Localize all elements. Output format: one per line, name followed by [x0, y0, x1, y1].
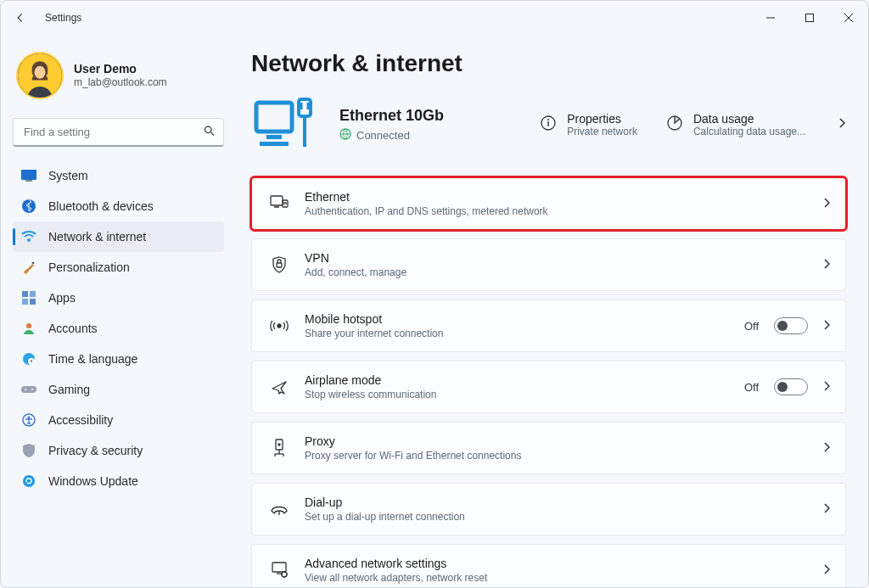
sidebar-item-accessibility[interactable]: Accessibility	[13, 405, 224, 435]
chevron-right-icon	[823, 379, 830, 395]
row-sub: View all network adapters, network reset	[305, 572, 823, 584]
row-proxy[interactable]: Proxy Proxy server for Wi-Fi and Etherne…	[251, 422, 846, 474]
sidebar: User Demo m_lab@outlook.com System Bluet…	[1, 35, 234, 588]
profile-name: User Demo	[74, 62, 167, 76]
window-controls	[751, 1, 868, 35]
pc-ethernet-icon	[251, 91, 319, 159]
svg-rect-19	[21, 386, 36, 393]
profile-block[interactable]: User Demo m_lab@outlook.com	[13, 47, 224, 111]
svg-point-45	[278, 444, 280, 445]
svg-rect-51	[272, 563, 286, 572]
gaming-icon	[21, 382, 36, 397]
connection-name: Ethernet 10Gb	[339, 107, 444, 125]
svg-rect-13	[30, 291, 36, 297]
chevron-right-icon	[823, 501, 830, 517]
chevron-right-icon	[823, 257, 830, 272]
window-title: Settings	[45, 12, 81, 24]
paintbrush-icon	[21, 260, 36, 275]
sidebar-item-gaming[interactable]: Gaming	[13, 374, 224, 405]
svg-rect-42	[277, 263, 282, 267]
row-title: VPN	[305, 251, 823, 265]
svg-line-7	[210, 132, 214, 136]
row-airplane-mode[interactable]: Airplane mode Stop wireless communicatio…	[251, 361, 846, 413]
info-icon	[540, 115, 557, 135]
row-title: Ethernet	[305, 190, 823, 204]
toggle-state-label: Off	[744, 320, 759, 333]
airplane-toggle[interactable]	[774, 378, 808, 395]
row-sub: Share your internet connection	[305, 328, 744, 339]
system-icon	[21, 168, 36, 183]
lock-shield-icon	[267, 256, 291, 273]
bluetooth-icon	[21, 199, 36, 214]
shield-icon	[21, 443, 36, 458]
window-close-button[interactable]	[829, 1, 868, 35]
svg-rect-26	[266, 135, 282, 139]
connection-status-block: Ethernet 10Gb Connected Properties Priva…	[251, 91, 846, 159]
dialup-icon	[267, 502, 291, 516]
search-input[interactable]	[13, 118, 224, 147]
row-vpn[interactable]: VPN Add, connect, manage	[251, 238, 846, 291]
back-button[interactable]	[9, 7, 31, 29]
airplane-icon	[267, 378, 291, 395]
search-icon	[203, 125, 216, 141]
svg-point-43	[278, 324, 281, 328]
chevron-right-icon[interactable]	[838, 117, 846, 132]
sidebar-item-accounts[interactable]: Accounts	[13, 313, 224, 344]
sidebar-item-system[interactable]: System	[13, 160, 224, 191]
sidebar-item-label: Apps	[48, 291, 76, 305]
hotspot-toggle[interactable]	[774, 317, 808, 334]
data-usage-sub: Calculating data usage...	[693, 126, 805, 137]
row-sub: Add, connect, manage	[305, 266, 823, 278]
sidebar-item-windows-update[interactable]: Windows Update	[13, 466, 224, 496]
properties-block[interactable]: Properties Private network	[540, 112, 637, 137]
content: Network & internet Ethernet 10Gb Connect	[234, 35, 868, 588]
row-title: Mobile hotspot	[305, 312, 744, 326]
row-title: Advanced network settings	[305, 557, 823, 570]
row-dialup[interactable]: Dial-up Set up a dial-up internet connec…	[251, 483, 846, 535]
sidebar-item-apps[interactable]: Apps	[13, 283, 224, 313]
sidebar-item-label: Gaming	[48, 383, 90, 396]
svg-rect-9	[25, 180, 32, 182]
window-minimize-button[interactable]	[751, 1, 790, 35]
sidebar-item-bluetooth[interactable]: Bluetooth & devices	[13, 191, 224, 221]
row-sub: Set up a dial-up internet connection	[305, 511, 823, 523]
row-title: Airplane mode	[305, 373, 744, 387]
svg-rect-12	[22, 291, 28, 297]
sidebar-item-privacy[interactable]: Privacy & security	[13, 435, 224, 466]
connection-status: Connected	[356, 129, 410, 142]
chevron-right-icon	[823, 440, 830, 456]
row-mobile-hotspot[interactable]: Mobile hotspot Share your internet conne…	[251, 300, 846, 352]
sidebar-item-personalization[interactable]: Personalization	[13, 252, 224, 283]
svg-rect-25	[256, 103, 292, 132]
accounts-icon	[21, 321, 36, 336]
row-ethernet[interactable]: Ethernet Authentication, IP and DNS sett…	[251, 177, 846, 230]
svg-rect-1	[806, 14, 814, 22]
chevron-right-icon	[823, 318, 830, 333]
ethernet-icon	[267, 195, 291, 212]
row-sub: Proxy server for Wi-Fi and Ethernet conn…	[305, 450, 823, 462]
svg-rect-35	[548, 121, 549, 126]
data-usage-block[interactable]: Data usage Calculating data usage...	[666, 112, 805, 137]
sidebar-item-label: Accessibility	[48, 413, 113, 427]
properties-sub: Private network	[567, 126, 637, 137]
sidebar-item-label: Accounts	[48, 322, 98, 335]
svg-point-53	[282, 572, 287, 577]
sidebar-item-label: Personalization	[48, 260, 130, 274]
accessibility-icon	[21, 412, 36, 428]
toggle-state-label: Off	[744, 381, 759, 394]
globe-clock-icon	[21, 351, 36, 367]
data-usage-icon	[666, 115, 683, 135]
row-advanced-network[interactable]: Advanced network settings View all netwo…	[251, 544, 846, 588]
sidebar-item-label: Privacy & security	[48, 444, 143, 457]
sidebar-item-network[interactable]: Network & internet	[13, 221, 224, 252]
svg-rect-14	[22, 299, 28, 305]
svg-rect-8	[21, 170, 36, 180]
svg-rect-39	[283, 200, 288, 207]
sidebar-item-time-language[interactable]: Time & language	[13, 344, 224, 374]
globe-connected-icon	[339, 128, 351, 143]
row-sub: Stop wireless communication	[305, 389, 744, 400]
window-maximize-button[interactable]	[790, 1, 829, 35]
chevron-right-icon	[823, 196, 830, 211]
nav-list: System Bluetooth & devices Network & int…	[13, 160, 224, 496]
avatar	[16, 52, 64, 99]
